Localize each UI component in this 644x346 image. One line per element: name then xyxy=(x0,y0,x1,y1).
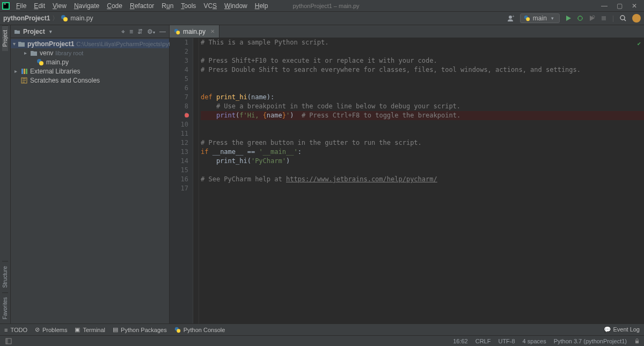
editor-tab-main-py[interactable]: main.py ✕ xyxy=(170,25,219,38)
svg-rect-20 xyxy=(24,69,25,74)
tool-python-packages[interactable]: ▤ Python Packages xyxy=(113,326,167,333)
run-config-label: main xyxy=(533,14,547,22)
app-icon xyxy=(2,2,10,10)
editor-gutter[interactable]: 1 2 3 4 5 6 7 8 9 10 11 12 13 14 15 16 1 xyxy=(170,38,193,323)
status-bar: 16:62 CRLF UTF-8 4 spaces Python 3.7 (py… xyxy=(0,335,644,346)
tab-favorites[interactable]: Favorites xyxy=(2,292,8,323)
bottom-tool-bar: ≡ TODO ⊘ Problems ▣ Terminal ▤ Python Pa… xyxy=(0,323,644,335)
python-icon xyxy=(524,15,530,21)
breadcrumb: pythonProject1 〉 main.py xyxy=(3,14,93,23)
editor-area: main.py ✕ ✔ 1 2 3 4 5 6 7 8 9 10 xyxy=(170,25,644,323)
breadcrumb-project[interactable]: pythonProject1 xyxy=(3,14,50,22)
expand-all-icon[interactable]: ≡ xyxy=(129,28,133,35)
chevron-down-icon: ▾ xyxy=(551,16,554,21)
tool-event-log[interactable]: 💬 Event Log xyxy=(604,326,640,333)
menu-tools[interactable]: ToolsTools xyxy=(178,1,199,11)
stop-icon[interactable] xyxy=(601,15,607,21)
tool-todo[interactable]: ≡ TODO xyxy=(4,327,27,333)
python-file-icon xyxy=(61,14,68,22)
menu-window[interactable]: WindowWindow xyxy=(221,1,251,11)
run-coverage-icon[interactable] xyxy=(589,15,595,21)
tool-terminal[interactable]: ▣ Terminal xyxy=(75,326,105,333)
status-line-separator[interactable]: CRLF xyxy=(475,338,491,344)
lock-icon[interactable] xyxy=(634,338,640,344)
status-encoding[interactable]: UTF-8 xyxy=(498,338,515,344)
status-interpreter[interactable]: Python 3.7 (pythonProject1) xyxy=(554,338,627,344)
chevron-down-icon[interactable]: ▾ xyxy=(49,29,52,34)
python-file-icon xyxy=(36,58,44,66)
tree-node-scratches[interactable]: • Scratches and Consoles xyxy=(11,76,169,85)
folder-icon xyxy=(14,28,20,35)
svg-rect-14 xyxy=(602,16,606,20)
svg-rect-29 xyxy=(635,341,639,343)
status-cursor-position[interactable]: 16:62 xyxy=(453,338,468,344)
tool-problems[interactable]: ⊘ Problems xyxy=(35,326,67,333)
tab-structure[interactable]: Structure xyxy=(2,261,8,292)
event-log-icon: 💬 xyxy=(604,326,611,333)
folder-icon xyxy=(18,40,25,48)
debug-icon[interactable] xyxy=(577,15,583,21)
menu-navigate[interactable]: NavigateNavigate xyxy=(71,1,103,11)
close-tab-icon[interactable]: ✕ xyxy=(210,28,215,34)
minimize-button[interactable]: — xyxy=(600,2,609,10)
python-file-icon xyxy=(174,28,180,35)
run-config-selector[interactable]: main ▾ xyxy=(520,13,560,23)
svg-rect-19 xyxy=(21,69,23,74)
status-indent[interactable]: 4 spaces xyxy=(523,338,546,344)
maximize-button[interactable]: ▢ xyxy=(615,2,624,10)
run-icon[interactable] xyxy=(565,15,572,21)
svg-point-26 xyxy=(177,329,180,333)
tree-node-main-py[interactable]: • main.py xyxy=(11,57,169,67)
menu-edit[interactable]: EditEdit xyxy=(31,1,48,11)
navigation-bar: pythonProject1 〉 main.py + main ▾ xyxy=(0,12,644,25)
python-console-icon xyxy=(174,327,181,333)
gear-icon[interactable]: ⚙▾ xyxy=(147,28,155,35)
window-title: pythonProject1 – main.py xyxy=(292,3,359,9)
code-editor[interactable]: ✔ 1 2 3 4 5 6 7 8 9 10 11 12 13 14 15 xyxy=(170,38,644,323)
svg-point-13 xyxy=(592,16,595,18)
packages-icon: ▤ xyxy=(113,326,118,333)
svg-point-9 xyxy=(578,16,582,20)
menu-view[interactable]: ViewView xyxy=(49,1,70,11)
avatar[interactable] xyxy=(632,14,641,23)
library-icon xyxy=(20,68,28,75)
problems-icon: ⊘ xyxy=(35,326,40,333)
svg-point-4 xyxy=(63,17,68,21)
menu-bar: FFileile EditEdit ViewView NavigateNavig… xyxy=(0,0,644,12)
scratches-icon xyxy=(20,77,28,84)
hide-panel-icon[interactable]: — xyxy=(159,28,166,35)
svg-rect-28 xyxy=(6,338,8,344)
tree-node-external-libraries[interactable]: ▸ External Libraries xyxy=(11,67,169,76)
tree-node-project-root[interactable]: ▾ pythonProject1 C:\Users\Liliya\Pycharm… xyxy=(11,39,169,48)
search-icon[interactable] xyxy=(619,14,627,22)
svg-point-24 xyxy=(176,31,180,34)
tool-python-console[interactable]: Python Console xyxy=(174,327,225,333)
svg-line-16 xyxy=(624,19,626,21)
breadcrumb-file[interactable]: main.py xyxy=(70,14,93,22)
add-user-icon[interactable]: + xyxy=(507,14,515,22)
menu-help[interactable]: HelpHelp xyxy=(252,1,272,11)
folder-icon xyxy=(30,49,38,57)
locate-icon[interactable]: ⌖ xyxy=(121,28,125,35)
tree-node-venv[interactable]: ▸ venv library root xyxy=(11,48,169,57)
editor-tab-label: main.py xyxy=(183,28,206,35)
collapse-all-icon[interactable]: ⇵ xyxy=(137,28,143,35)
breakpoint-marker: 9 xyxy=(170,111,193,120)
terminal-icon: ▣ xyxy=(75,326,80,333)
svg-point-8 xyxy=(526,17,530,21)
project-panel-title: Project xyxy=(23,28,45,35)
project-tool-window: Project ▾ ⌖ ≡ ⇵ ⚙▾ — ▾ pyt xyxy=(11,25,170,323)
menu-file[interactable]: FFileile xyxy=(13,1,30,11)
tab-project[interactable]: Project xyxy=(2,25,8,51)
status-left-icon[interactable] xyxy=(5,338,12,344)
close-button[interactable]: ✕ xyxy=(630,2,639,10)
menu-refactor[interactable]: RefactorRefactor xyxy=(127,1,157,11)
menu-code[interactable]: CodeCode xyxy=(104,1,126,11)
svg-text:+: + xyxy=(512,14,515,19)
left-tool-strip: Project Structure Favorites xyxy=(0,25,11,323)
menu-vcs[interactable]: VCSVCS xyxy=(200,1,220,11)
menu-run[interactable]: RunRun xyxy=(158,1,177,11)
svg-point-18 xyxy=(39,61,43,65)
svg-rect-2 xyxy=(4,4,6,4)
project-tree: ▾ pythonProject1 C:\Users\Liliya\Pycharm… xyxy=(11,38,169,86)
